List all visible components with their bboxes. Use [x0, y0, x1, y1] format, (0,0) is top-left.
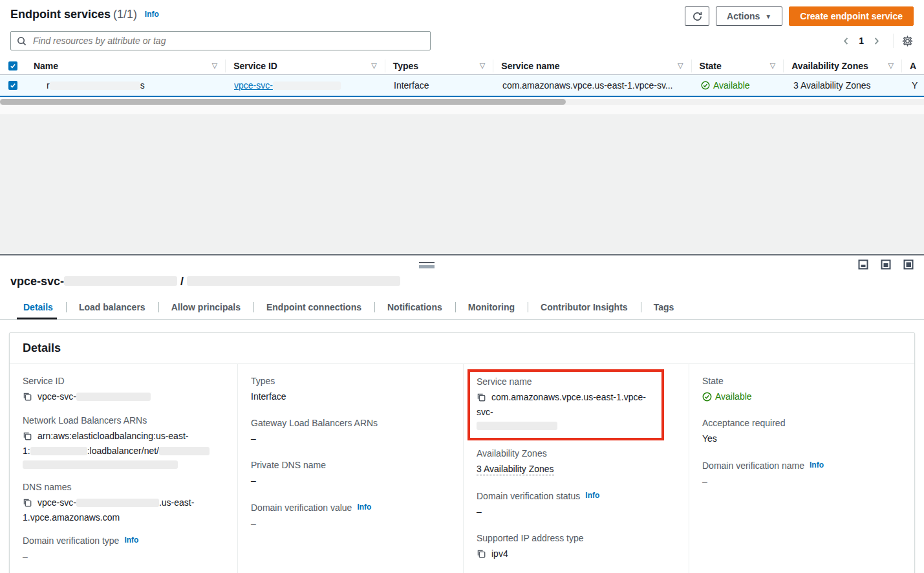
field-service-id: Service ID vpce-svc- — [23, 375, 224, 405]
refresh-button[interactable] — [685, 6, 709, 26]
tab-load-balancers[interactable]: Load balancers — [66, 299, 158, 319]
field-acceptance-required: Acceptance required Yes — [702, 417, 901, 446]
copy-icon[interactable] — [23, 391, 32, 405]
details-column-1: Service ID vpce-svc- Network Load Balanc… — [10, 364, 238, 573]
field-service-name: Service name com.amazonaws.vpce.us-east-… — [477, 376, 655, 433]
cell-acceptance-cutoff: Y — [904, 80, 924, 91]
copy-icon[interactable] — [23, 497, 32, 511]
drag-handle-bar — [419, 265, 435, 268]
field-domain-verification-type: Domain verification typeInfo – — [23, 534, 224, 563]
sort-icon[interactable]: ▽ — [678, 61, 683, 70]
chevron-right-icon — [872, 36, 881, 46]
check-icon — [10, 63, 16, 69]
previous-page-button[interactable] — [837, 35, 855, 47]
background-filler — [0, 115, 924, 254]
info-link[interactable]: Info — [145, 10, 159, 19]
tab-endpoint-connections[interactable]: Endpoint connections — [253, 299, 374, 319]
table-row[interactable]: rs vpce-svc- Interface com.amazonaws.vpc… — [0, 75, 924, 97]
sort-icon[interactable]: ▽ — [888, 61, 893, 70]
tab-contributor-insights[interactable]: Contributor Insights — [528, 299, 641, 319]
field-domain-verification-value: Domain verification valueInfo – — [251, 501, 450, 530]
tab-details[interactable]: Details — [10, 299, 66, 319]
copy-icon[interactable] — [477, 392, 486, 405]
endpoint-services-list-panel: Endpoint services (1/1) Info Actions ▼ C… — [0, 0, 924, 254]
table-footer-strip — [0, 105, 924, 115]
redacted-text — [273, 81, 341, 90]
panel-size-large-button[interactable] — [903, 259, 914, 270]
redacted-text — [477, 422, 557, 430]
column-header-name[interactable]: Name▽ — [26, 59, 226, 72]
info-link[interactable]: Info — [124, 535, 138, 545]
page-title: Endpoint services — [10, 8, 111, 21]
copy-icon[interactable] — [477, 548, 486, 562]
search-box[interactable] — [10, 31, 431, 50]
column-header-acceptance-cutoff[interactable]: A — [902, 59, 924, 72]
search-input[interactable] — [32, 35, 424, 47]
select-all-checkbox[interactable] — [8, 61, 17, 70]
empty-value: – — [23, 550, 224, 563]
empty-value: – — [251, 517, 450, 530]
column-header-types[interactable]: Types▽ — [385, 59, 494, 72]
redacted-text — [64, 276, 177, 286]
availability-zones-popover-trigger[interactable]: 3 Availability Zones — [477, 464, 554, 475]
panel-size-large-icon — [903, 259, 914, 270]
status-available-icon — [701, 81, 710, 90]
header-buttons: Actions ▼ Create endpoint service — [685, 6, 914, 26]
gear-icon — [901, 35, 914, 47]
details-card-body: Service ID vpce-svc- Network Load Balanc… — [10, 364, 914, 573]
info-link[interactable]: Info — [810, 460, 824, 470]
create-endpoint-service-label: Create endpoint service — [800, 11, 903, 21]
field-state: State Available — [702, 375, 901, 404]
panel-size-small-button[interactable] — [858, 259, 868, 270]
column-header-service-id[interactable]: Service ID▽ — [226, 59, 385, 72]
empty-value: – — [477, 505, 676, 519]
sort-icon[interactable]: ▽ — [212, 61, 217, 70]
chevron-down-icon: ▼ — [765, 13, 771, 20]
chevron-left-icon — [841, 36, 851, 46]
sort-icon[interactable]: ▽ — [371, 61, 376, 70]
row-checkbox-cell — [0, 81, 26, 90]
cell-state: Available — [693, 80, 786, 91]
tab-allow-principals[interactable]: Allow principals — [158, 299, 253, 319]
redacted-text — [50, 81, 140, 90]
copy-icon[interactable] — [23, 431, 32, 444]
availability-zones-popover-trigger[interactable]: 3 Availability Zones — [793, 80, 871, 91]
create-endpoint-service-button[interactable]: Create endpoint service — [789, 6, 914, 26]
row-checkbox[interactable] — [8, 81, 17, 90]
empty-value: – — [251, 474, 450, 488]
info-link[interactable]: Info — [585, 491, 599, 500]
next-page-button[interactable] — [868, 35, 885, 47]
field-network-load-balancers-arns: Network Load Balancers ARNs arn:aws:elas… — [23, 415, 224, 471]
status-available-icon — [702, 392, 712, 402]
details-column-2: Types Interface Gateway Load Balancers A… — [238, 364, 464, 573]
tab-notifications[interactable]: Notifications — [374, 299, 455, 319]
info-link[interactable]: Info — [357, 503, 371, 512]
scrollbar-thumb[interactable] — [0, 99, 566, 105]
column-header-availability-zones[interactable]: Availability Zones▽ — [784, 59, 902, 72]
actions-button[interactable]: Actions ▼ — [716, 6, 782, 26]
field-domain-verification-status: Domain verification statusInfo – — [477, 490, 676, 519]
panel-size-medium-button[interactable] — [881, 259, 891, 270]
column-header-service-name[interactable]: Service name▽ — [493, 59, 691, 72]
sort-icon[interactable]: ▽ — [480, 61, 485, 70]
select-all-checkbox-cell — [0, 59, 26, 72]
split-panel-size-controls — [858, 259, 914, 270]
column-header-state[interactable]: State▽ — [692, 59, 784, 72]
split-panel-drag-handle[interactable] — [419, 262, 435, 268]
details-column-3: Service name com.amazonaws.vpce.us-east-… — [464, 364, 689, 573]
field-gateway-load-balancers-arns: Gateway Load Balancers ARNs – — [251, 417, 450, 446]
horizontal-scrollbar[interactable] — [0, 99, 924, 105]
table-settings-button[interactable] — [901, 35, 914, 47]
tab-tags[interactable]: Tags — [641, 299, 687, 319]
redacted-text — [23, 460, 178, 469]
redacted-text — [76, 393, 151, 401]
redacted-text — [30, 447, 87, 455]
field-dns-names: DNS names vpce-svc-.us-east- 1.vpce.amaz… — [23, 481, 224, 524]
details-column-4: State Available Acceptance required Yes … — [689, 364, 914, 573]
page-header: Endpoint services (1/1) Info Actions ▼ C… — [0, 0, 924, 28]
tab-monitoring[interactable]: Monitoring — [455, 299, 528, 319]
service-id-link[interactable]: vpce-svc- — [234, 80, 341, 91]
sort-icon[interactable]: ▽ — [770, 61, 775, 70]
pagination-divider — [893, 34, 894, 48]
field-availability-zones: Availability Zones 3 Availability Zones — [477, 448, 676, 476]
